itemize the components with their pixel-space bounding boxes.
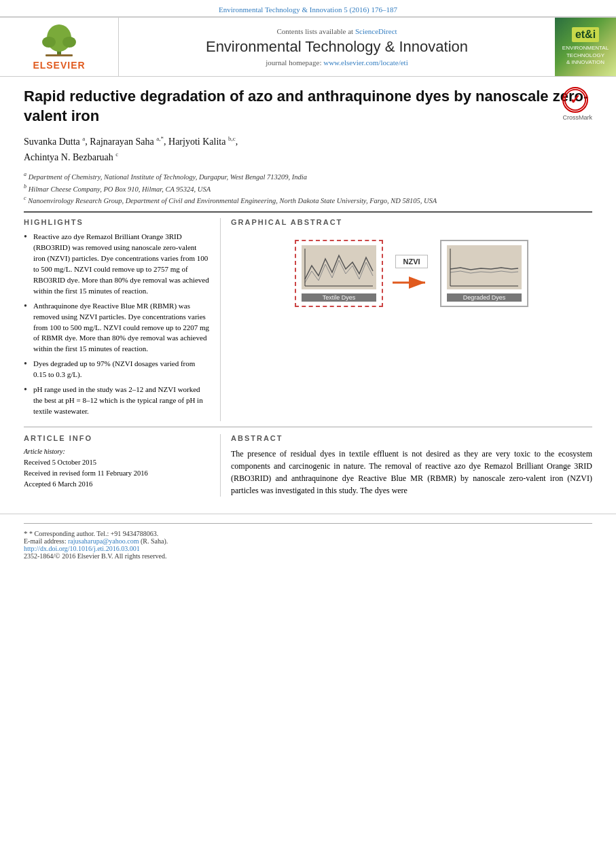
info-abstract-row: ARTICLE INFO Article history: Received 5… [24,434,592,497]
nzvi-label: NZVI [395,255,427,268]
crossmark-logo[interactable]: ✓ [562,87,588,113]
main-content: Rapid reductive degradation of azo and a… [0,77,616,503]
eti-badge-area: et&i environmentaltechnology& innovation [555,18,616,76]
journal-header-center: Contents lists available at ScienceDirec… [119,18,555,76]
corresponding-note: * * Corresponding author. Tel.: +91 9434… [24,529,592,537]
journal-title: Environmental Technology & Innovation [206,38,468,56]
contents-line: Contents lists available at ScienceDirec… [276,27,397,35]
elsevier-logo: ELSEVIER [33,23,85,71]
email-link[interactable]: rajusaharupa@yahoo.com [68,537,139,545]
highlights-header: HIGHLIGHTS [24,218,210,226]
section-divider [24,427,592,427]
doi-line: http://dx.doi.org/10.1016/j.eti.2016.03.… [24,545,592,552]
abstract-section: ABSTRACT The presence of residual dyes i… [221,434,592,497]
highlight-text-2: Anthraquinone dye Reactive Blue MR (RBMR… [33,301,210,355]
homepage-label: journal homepage: [266,58,321,67]
svg-rect-4 [46,54,73,56]
copyright-line: 2352-1864/© 2016 Elsevier B.V. All right… [24,552,592,560]
article-info-section: ARTICLE INFO Article history: Received 5… [24,434,221,497]
revised-date: Received in revised form 11 February 201… [24,468,210,479]
affiliations: a Department of Chemistry, National Inst… [24,171,592,206]
textile-dyes-chart [302,245,376,289]
email-line: E-mail address: rajusaharupa@yahoo.com (… [24,537,592,545]
footer: * * Corresponding author. Tel.: +91 9434… [0,514,616,563]
email-person: (R. Saha). [141,537,168,545]
degraded-dyes-box: Degraded Dyes [440,240,528,307]
author-3: Harjyoti Kalita b,c [168,137,236,147]
bullet-2: • [24,301,31,312]
highlights-abstract-row: HIGHLIGHTS • Reactive azo dye Remazol Br… [24,218,592,421]
affil-c: c Nanoenvirology Research Group, Departm… [24,194,592,206]
abstract-text: The presence of residual dyes in textile… [231,448,592,497]
highlight-text-3: Dyes degraded up to 97% (NZVI dosages va… [33,359,210,380]
svg-point-2 [42,37,56,48]
title-section: Rapid reductive degradation of azo and a… [24,87,592,126]
graphical-abstract-header: GRAPHICAL ABSTRACT [231,218,592,226]
graphical-abstract-diagram: Textile Dyes NZVI [231,240,592,307]
highlight-text-4: pH range used in the study was 2–12 and … [33,384,210,417]
degraded-dyes-label: Degraded Dyes [447,293,522,302]
graphical-abstract-section: GRAPHICAL ABSTRACT [221,218,592,421]
bullet-3: • [24,359,31,370]
bullet-1: • [24,232,31,243]
article-dates: Received 5 October 2015 Received in revi… [24,457,210,489]
email-label: E-mail address: [24,537,66,545]
article-title: Rapid reductive degradation of azo and a… [24,87,592,126]
reaction-arrow [391,272,432,293]
header-bar: ELSEVIER Contents lists available at Sci… [0,16,616,77]
highlight-item-2: • Anthraquinone dye Reactive Blue MR (RB… [24,301,210,355]
abstract-header: ABSTRACT [231,434,592,442]
highlight-item-4: • pH range used in the study was 2–12 an… [24,384,210,417]
doi-link[interactable]: http://dx.doi.org/10.1016/j.eti.2016.03.… [24,545,140,552]
main-divider [24,211,592,213]
accepted-date: Accepted 6 March 2016 [24,479,210,490]
authors-line: Suvanka Dutta a, Rajnarayan Saha a,*, Ha… [24,134,592,165]
elsevier-tree-icon [35,23,83,58]
degraded-dyes-chart [447,245,522,289]
highlight-text-1: Reactive azo dye Remazol Brilliant Orang… [33,232,210,297]
journal-citation: Environmental Technology & Innovation 5 … [219,5,397,14]
highlight-item-1: • Reactive azo dye Remazol Brilliant Ora… [24,232,210,297]
svg-point-3 [62,37,76,48]
contents-text: Contents lists available at [276,27,353,35]
elsevier-logo-area: ELSEVIER [0,18,119,76]
author-1: Suvanka Dutta a [24,137,85,147]
article-info-header: ARTICLE INFO [24,434,210,442]
author-4: Achintya N. Bezbaruah c [24,152,118,162]
affil-b: b Hilmar Cheese Company, PO Box 910, Hil… [24,183,592,194]
elsevier-wordmark: ELSEVIER [33,60,85,71]
homepage-url[interactable]: www.elsevier.com/locate/eti [323,58,408,67]
page: Environmental Technology & Innovation 5 … [0,0,616,841]
highlights-section: HIGHLIGHTS • Reactive azo dye Remazol Br… [24,218,221,421]
corresponding-text: * Corresponding author. Tel.: +91 943478… [29,530,158,537]
article-history-label: Article history: [24,448,210,455]
eti-badge: et&i [572,27,599,42]
star-icon: * [24,529,28,537]
crossmark-label: CrossMark [562,114,592,121]
top-journal-link[interactable]: Environmental Technology & Innovation 5 … [0,0,616,16]
journal-homepage: journal homepage: www.elsevier.com/locat… [266,58,407,67]
textile-dyes-label: Textile Dyes [302,293,376,302]
textile-dyes-box: Textile Dyes [295,240,383,307]
sciencedirect-link[interactable]: ScienceDirect [355,27,397,35]
highlight-item-3: • Dyes degraded up to 97% (NZVI dosages … [24,359,210,380]
svg-text:✓: ✓ [570,92,581,107]
bullet-4: • [24,384,31,396]
crossmark-icon: ✓ [564,88,587,112]
eti-badge-subtitle: environmentaltechnology& innovation [562,45,609,66]
footer-divider [24,523,592,524]
received-date: Received 5 October 2015 [24,457,210,468]
author-2: Rajnarayan Saha a,* [90,137,164,147]
nzvi-area: NZVI [391,255,432,293]
svg-rect-12 [447,245,522,289]
affil-a: a Department of Chemistry, National Inst… [24,171,592,182]
crossmark-area[interactable]: ✓ CrossMark [562,87,592,121]
